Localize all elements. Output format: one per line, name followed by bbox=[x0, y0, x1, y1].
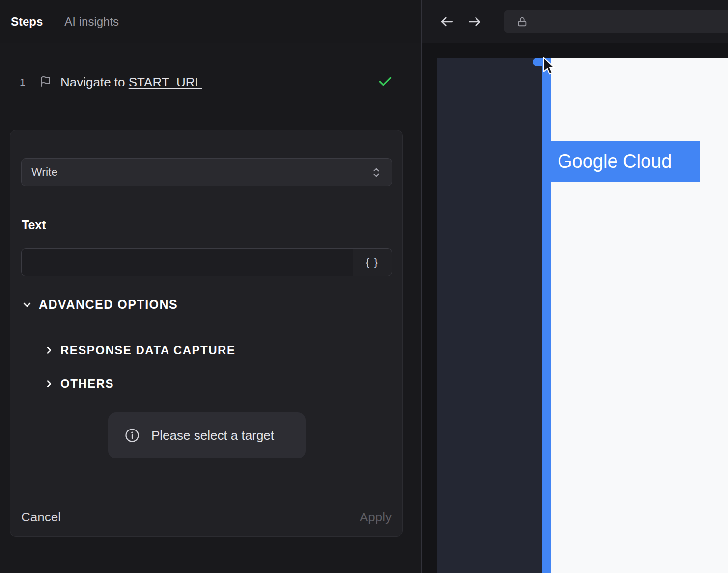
flag-icon bbox=[40, 76, 52, 87]
step-row-navigate[interactable]: 1 Navigate to START_URL bbox=[0, 64, 421, 100]
browser-toolbar bbox=[422, 0, 728, 43]
action-type-value: Write bbox=[31, 166, 371, 179]
app-window: Steps AI insights 1 Navigate to START_UR… bbox=[0, 0, 728, 573]
page-content-area bbox=[551, 58, 728, 573]
step-number: 1 bbox=[20, 76, 26, 88]
browser-viewport: Google Cloud bbox=[422, 43, 728, 573]
editor-footer: Cancel Apply bbox=[10, 498, 402, 536]
url-bar[interactable] bbox=[504, 10, 728, 33]
apply-button[interactable]: Apply bbox=[359, 507, 392, 528]
highlighted-element-google-cloud[interactable]: Google Cloud bbox=[549, 141, 700, 182]
cancel-button[interactable]: Cancel bbox=[20, 507, 62, 528]
step-label: Navigate to START_URL bbox=[60, 75, 202, 90]
page-dark-region bbox=[437, 58, 542, 573]
info-icon bbox=[125, 428, 140, 443]
others-toggle[interactable]: OTHERS bbox=[44, 377, 114, 391]
others-label: OTHERS bbox=[60, 377, 114, 391]
tab-ai-insights[interactable]: AI insights bbox=[64, 0, 119, 43]
element-highlight-strip bbox=[542, 58, 551, 573]
forward-arrow-icon[interactable] bbox=[466, 14, 483, 29]
panel-header: Steps AI insights bbox=[0, 0, 421, 43]
start-url-link: START_URL bbox=[129, 75, 202, 89]
advanced-options-toggle[interactable]: ADVANCED OPTIONS bbox=[21, 297, 178, 312]
step-editor-card: Write Text { } ADVA bbox=[10, 130, 403, 537]
browser-panel: Google Cloud bbox=[422, 0, 728, 573]
text-input[interactable] bbox=[21, 248, 353, 276]
tab-steps[interactable]: Steps bbox=[11, 0, 43, 43]
chevron-down-icon bbox=[21, 299, 33, 311]
response-data-capture-toggle[interactable]: RESPONSE DATA CAPTURE bbox=[44, 344, 235, 357]
chevrons-up-down-icon bbox=[371, 166, 382, 179]
action-type-select[interactable]: Write bbox=[21, 158, 392, 186]
check-icon bbox=[377, 74, 393, 89]
chevron-right-icon bbox=[44, 378, 55, 389]
response-data-capture-label: RESPONSE DATA CAPTURE bbox=[60, 344, 235, 357]
back-arrow-icon[interactable] bbox=[439, 14, 455, 29]
text-input-row: { } bbox=[21, 248, 392, 276]
chevron-right-icon bbox=[44, 345, 55, 356]
advanced-options-label: ADVANCED OPTIONS bbox=[39, 297, 178, 312]
lock-icon bbox=[517, 16, 528, 28]
toast-message: Please select a target bbox=[151, 428, 274, 443]
steps-panel: Steps AI insights 1 Navigate to START_UR… bbox=[0, 0, 421, 573]
select-target-toast: Please select a target bbox=[108, 412, 306, 458]
insert-variable-button[interactable]: { } bbox=[353, 248, 392, 276]
text-field-label: Text bbox=[22, 218, 46, 232]
